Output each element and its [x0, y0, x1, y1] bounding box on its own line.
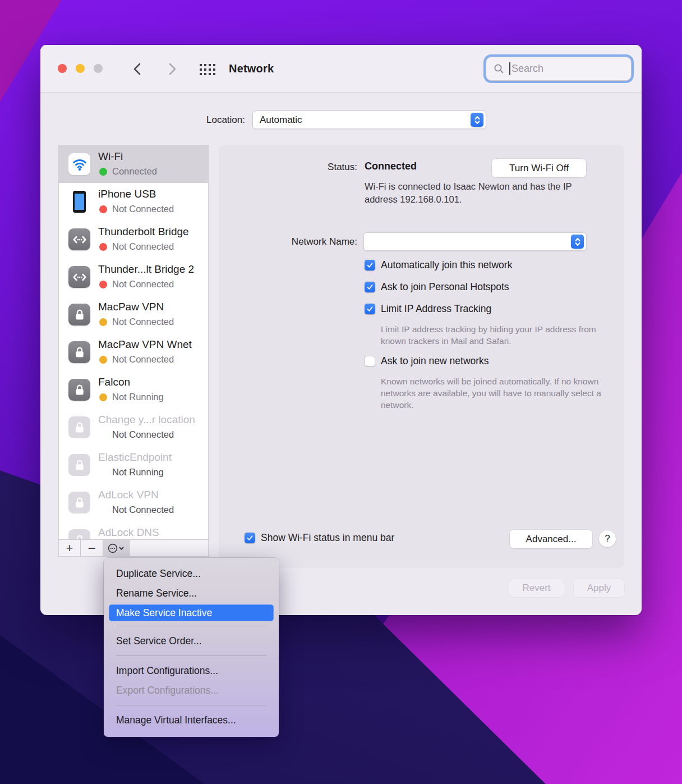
- dropdown-stepper-icon: [571, 235, 584, 249]
- service-row-adlock-dns[interactable]: AdLock DNS: [59, 521, 208, 540]
- limit-ip-hint: Limit IP address tracking by hiding your…: [381, 323, 611, 347]
- ask-join-hint: Known networks will be joined automatica…: [381, 375, 619, 411]
- status-dot: [99, 168, 107, 176]
- menu-item-duplicate-service[interactable]: Duplicate Service...: [104, 564, 279, 584]
- revert-button: Revert: [509, 579, 564, 597]
- checkbox-checked-icon: [365, 282, 375, 292]
- checkbox-personal-hotspots[interactable]: Ask to join Personal Hotspots: [365, 281, 509, 293]
- service-row-thunderbolt-bridge[interactable]: Thunderbolt Bridge Not Connected: [59, 221, 208, 258]
- checkbox-show-wifi-status[interactable]: Show Wi-Fi status in menu bar: [245, 532, 394, 544]
- network-name-label: Network Name:: [219, 236, 357, 247]
- service-actions-menu: Duplicate Service... Rename Service... M…: [104, 558, 279, 737]
- menu-separator: [116, 705, 267, 705]
- services-sidebar: Wi-Fi Connected iPhone USB Not Connected: [58, 145, 209, 557]
- add-service-button[interactable]: +: [59, 540, 81, 556]
- minimize-button[interactable]: [76, 64, 85, 73]
- lock-icon: [68, 341, 90, 363]
- service-row-thunderbolt-bridge-2[interactable]: Thunder...lt Bridge 2 Not Connected: [59, 258, 208, 296]
- bridge-icon: [68, 228, 90, 250]
- menu-item-import-configurations[interactable]: Import Configurations...: [104, 661, 279, 681]
- menu-item-export-configurations: Export Configurations...: [104, 681, 279, 700]
- network-preferences-window: Network Location: Automatic: [40, 45, 642, 615]
- apply-button: Apply: [574, 579, 624, 597]
- ellipsis-circle-icon: [107, 543, 125, 554]
- status-dot: [99, 318, 107, 326]
- help-button[interactable]: ?: [599, 530, 616, 547]
- wifi-icon: [68, 153, 90, 175]
- iphone-icon: [68, 191, 90, 213]
- close-button[interactable]: [58, 64, 67, 73]
- show-all-grid-icon[interactable]: [200, 64, 216, 76]
- menu-separator: [116, 626, 267, 626]
- menu-separator: [116, 655, 267, 656]
- location-dropdown[interactable]: Automatic: [252, 111, 486, 129]
- lock-icon: [68, 492, 90, 514]
- status-value: Connected: [365, 161, 417, 172]
- title-bar: Network: [40, 45, 642, 93]
- page-title: Network: [229, 62, 274, 75]
- remove-service-button[interactable]: −: [81, 540, 103, 556]
- menu-item-manage-virtual-interfaces[interactable]: Manage Virtual Interfaces...: [104, 710, 279, 730]
- service-row-falcon[interactable]: Falcon Not Running: [59, 371, 208, 409]
- status-label: Status:: [219, 162, 357, 173]
- service-row-macpaw-vpn[interactable]: MacPaw VPN Not Connected: [59, 296, 208, 333]
- traffic-lights: [58, 64, 103, 73]
- lock-icon: [68, 529, 90, 540]
- menu-item-set-service-order[interactable]: Set Service Order...: [104, 631, 279, 651]
- turn-wifi-off-button[interactable]: Turn Wi-Fi Off: [492, 159, 586, 177]
- status-dot: [99, 393, 107, 401]
- sidebar-toolbar: + −: [59, 539, 208, 556]
- network-name-dropdown[interactable]: [363, 232, 587, 251]
- checkbox-checked-icon: [365, 304, 375, 314]
- checkbox-unchecked-icon: [365, 356, 375, 366]
- service-row-adlock-vpn[interactable]: AdLock VPN Not Connected: [59, 484, 208, 521]
- checkbox-checked-icon: [365, 260, 375, 270]
- service-row-change-location[interactable]: Change y...r location Not Connected: [59, 409, 208, 446]
- service-row-iphone-usb[interactable]: iPhone USB Not Connected: [59, 183, 208, 221]
- lock-icon: [68, 454, 90, 476]
- back-icon[interactable]: [132, 62, 143, 76]
- search-field[interactable]: [486, 57, 632, 81]
- location-label: Location:: [133, 114, 245, 126]
- status-dot: [99, 281, 107, 288]
- service-row-macpaw-vpn-wnet[interactable]: MacPaw VPN Wnet Not Connected: [59, 333, 208, 371]
- menu-item-make-service-inactive[interactable]: Make Service Inactive: [109, 604, 274, 621]
- checkbox-limit-ip-tracking[interactable]: Limit IP Address Tracking: [365, 303, 491, 315]
- search-input[interactable]: [511, 63, 612, 75]
- advanced-button[interactable]: Advanced...: [510, 530, 592, 548]
- zoom-button: [94, 64, 103, 73]
- status-description: Wi-Fi is connected to Isaac Newton and h…: [365, 180, 578, 205]
- menu-item-rename-service[interactable]: Rename Service...: [104, 584, 279, 603]
- checkbox-ask-join-new[interactable]: Ask to join new networks: [365, 355, 489, 367]
- checkbox-auto-join[interactable]: Automatically join this network: [365, 259, 512, 271]
- wifi-settings-panel: Status: Connected Turn Wi-Fi Off Wi-Fi i…: [219, 145, 624, 568]
- services-list: Wi-Fi Connected iPhone USB Not Connected: [59, 145, 208, 540]
- checkbox-checked-icon: [245, 533, 255, 543]
- location-value: Automatic: [260, 114, 471, 126]
- search-icon: [494, 63, 504, 74]
- service-row-wifi[interactable]: Wi-Fi Connected: [59, 145, 208, 183]
- status-dot: [99, 243, 107, 251]
- bridge-icon: [68, 266, 90, 288]
- lock-icon: [68, 416, 90, 438]
- status-dot: [99, 356, 107, 364]
- lock-icon: [68, 379, 90, 401]
- service-actions-button[interactable]: [103, 540, 130, 556]
- status-dot: [99, 205, 107, 213]
- forward-icon[interactable]: [167, 62, 178, 76]
- service-row-elastic-endpoint[interactable]: ElasticEndpoint Not Running: [59, 446, 208, 484]
- lock-icon: [68, 304, 90, 325]
- text-cursor: [509, 62, 510, 75]
- dropdown-stepper-icon: [471, 113, 483, 127]
